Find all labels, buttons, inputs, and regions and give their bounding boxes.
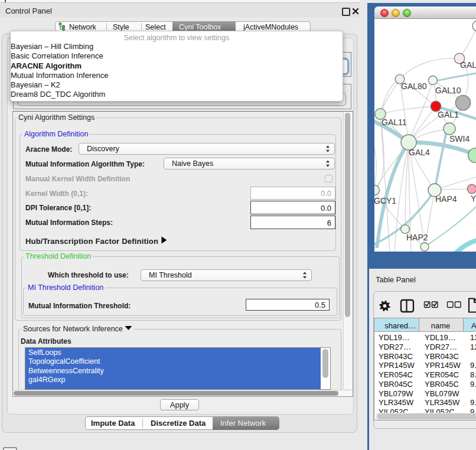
svg-text:HAP4: HAP4 xyxy=(435,194,457,204)
svg-text:SWI4: SWI4 xyxy=(449,134,470,144)
svg-text:GAL1: GAL1 xyxy=(438,110,459,119)
svg-text:GAL10: GAL10 xyxy=(435,86,461,95)
svg-text:GAL80: GAL80 xyxy=(401,81,427,91)
svg-text:GAL: GAL xyxy=(460,60,476,70)
svg-text:GAL11: GAL11 xyxy=(382,118,407,127)
svg-text:HAP2: HAP2 xyxy=(406,233,428,242)
svg-text:GAL4: GAL4 xyxy=(409,148,430,157)
svg-text:GCY1: GCY1 xyxy=(374,196,396,206)
svg-text:YD: YD xyxy=(471,194,476,203)
